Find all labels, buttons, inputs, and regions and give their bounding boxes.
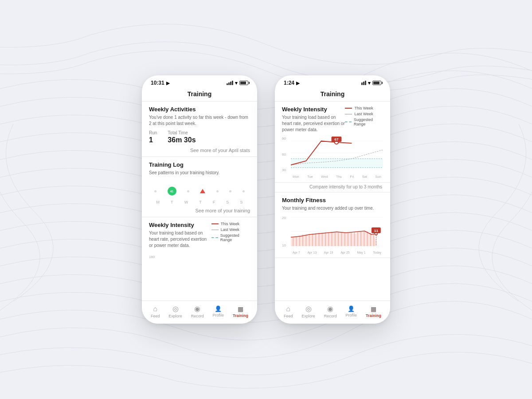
explore-label-2: Explore (301, 314, 315, 318)
dot-t1: 41 (168, 187, 176, 196)
time-2: 1:24 (284, 80, 294, 86)
phone2-content: Weekly Intensity Your training load base… (275, 102, 390, 301)
training-log-desc: See patterns in your training history. (149, 170, 250, 176)
legend-suggested-label-2: Suggested Range (354, 117, 383, 126)
run-label: Run (149, 130, 157, 135)
day-col-t2 (200, 185, 205, 197)
legend-suggested-label-1: Suggested Range (220, 233, 250, 242)
record-label-2: Record (324, 314, 337, 318)
svg-marker-12 (291, 231, 376, 246)
monthly-chart-inner: 11 (291, 215, 383, 250)
explore-icon-1: ◎ (172, 305, 179, 313)
run-stat: Run 1 (149, 130, 157, 144)
monthly-fitness-desc: Your training and recovery added up over… (282, 205, 383, 211)
dot-s1 (229, 190, 231, 192)
intensity-header-2: Weekly Intensity Your training load base… (282, 106, 383, 137)
feed-label-1: Feed (151, 314, 160, 318)
nav-title-2: Training (275, 89, 390, 102)
training-label-2: Training (366, 313, 381, 318)
legend-dashed-1 (211, 230, 219, 230)
day-col-m (154, 185, 156, 197)
nav-feed-1[interactable]: ⌂ Feed (151, 305, 160, 318)
intensity-title-1: Weekly Intensity (149, 222, 211, 228)
intensity-chart-svg: 67 (291, 137, 383, 172)
phone1-content: Weekly Activities You've done 1 activity… (142, 102, 257, 301)
profile-icon-2: 👤 (348, 305, 355, 312)
see-more-april[interactable]: See more of your April stats (149, 148, 250, 153)
nav-training-1[interactable]: ▦ Training (233, 305, 248, 318)
day-col-f (216, 185, 219, 197)
feed-icon-1: ⌂ (153, 305, 157, 313)
dot-w (187, 190, 189, 192)
intensity-desc-1: Your training load based on heart rate, … (149, 230, 211, 249)
nav-explore-2[interactable]: ◎ Explore (301, 305, 315, 318)
day-col-s2 (243, 185, 245, 197)
intensity-legend-2: This Week Last Week Suggested Range (345, 106, 383, 126)
svg-text:67: 67 (334, 137, 339, 141)
wifi-icon-2: ▾ (368, 80, 371, 86)
time-stat: Total Time 36m 30s (168, 130, 196, 144)
intensity-title-group-2: Weekly Intensity Your training load base… (282, 106, 345, 137)
profile-label-1: Profile (213, 313, 224, 317)
record-icon-1: ◉ (194, 305, 200, 313)
y-90: 90 (282, 137, 286, 141)
svg-text:11: 11 (374, 229, 379, 233)
legend-solid-1 (211, 223, 219, 224)
legend-this-week-label-2: This Week (354, 106, 373, 110)
feed-label-2: Feed (284, 314, 293, 318)
wifi-icon-1: ▾ (235, 80, 238, 86)
profile-icon-1: 👤 (215, 305, 222, 312)
phone-2: 1:24 ▶ ▾ Training (275, 75, 390, 324)
legend-last-week-label-2: Last Week (354, 112, 373, 116)
dot-s2 (243, 190, 245, 192)
nav-record-1[interactable]: ◉ Record (191, 305, 204, 318)
weekly-activities-section: Weekly Activities You've done 1 activity… (142, 102, 257, 157)
nav-training-2[interactable]: ▦ Training (366, 305, 381, 318)
nav-title-1: Training (142, 89, 257, 102)
legend-last-week-1: Last Week (211, 227, 250, 232)
time-value: 36m 30s (168, 136, 196, 144)
training-icon-2: ▦ (371, 305, 376, 313)
bottom-nav-1: ⌂ Feed ◎ Explore ◉ Record 👤 Profile ▦ Tr… (142, 301, 257, 324)
legend-last-week-label-1: Last Week (221, 227, 239, 232)
weekly-activities-title: Weekly Activities (149, 106, 250, 113)
y-20: 20 (282, 216, 286, 220)
legend-suggested-2: Suggested Range (345, 117, 383, 126)
training-icon-1: ▦ (238, 305, 243, 313)
see-more-training[interactable]: See more of your training (149, 208, 250, 213)
run-value: 1 (149, 136, 157, 144)
monthly-x-labels: Apr 7 Apr 13 Apr 19 Apr 25 May 1 Today (291, 251, 383, 254)
weekly-activities-desc: You've done 1 activity so far this week … (149, 114, 250, 127)
training-label-1: Training (233, 313, 248, 318)
training-log-section: Training Log See patterns in your traini… (142, 157, 257, 217)
nav-explore-1[interactable]: ◎ Explore (168, 305, 182, 318)
intensity-desc-2: Your training load based on heart rate, … (282, 114, 345, 133)
nav-feed-2[interactable]: ⌂ Feed (284, 305, 293, 318)
explore-icon-2: ◎ (305, 305, 312, 313)
time-label: Total Time (168, 130, 196, 135)
day-col-t1: 41 (168, 185, 176, 197)
location-icon-2: ▶ (296, 81, 300, 86)
monthly-chart-svg: 11 (291, 215, 383, 248)
legend-dotted-2 (345, 121, 352, 122)
legend-solid-2 (345, 108, 352, 109)
nav-profile-1[interactable]: 👤 Profile (213, 305, 224, 317)
feed-icon-2: ⌂ (286, 305, 290, 313)
y-30: 30 (282, 168, 286, 172)
training-log-title: Training Log (149, 161, 250, 168)
intensity-legend-1: This Week Last Week Suggested Range (211, 222, 250, 242)
intensity-header-1: Weekly Intensity Your training load base… (149, 222, 250, 252)
legend-suggested-1: Suggested Range (211, 233, 250, 242)
training-log-chart: 41 (149, 180, 250, 197)
compare-link[interactable]: Compare intensity for up to 3 months (275, 183, 390, 192)
activity-stats: Run 1 Total Time 36m 30s (149, 130, 250, 144)
legend-this-week-2: This Week (345, 106, 383, 110)
phone-1: 10:31 ▶ ▾ Training Week (142, 75, 257, 324)
nav-record-2[interactable]: ◉ Record (324, 305, 337, 318)
time-1: 10:31 (151, 80, 164, 86)
y-10: 10 (282, 243, 286, 247)
intensity-chart-container: 90 60 30 (282, 137, 383, 179)
nav-profile-2[interactable]: 👤 Profile (346, 305, 357, 317)
day-col-w (187, 185, 189, 197)
y-60: 60 (282, 153, 286, 156)
